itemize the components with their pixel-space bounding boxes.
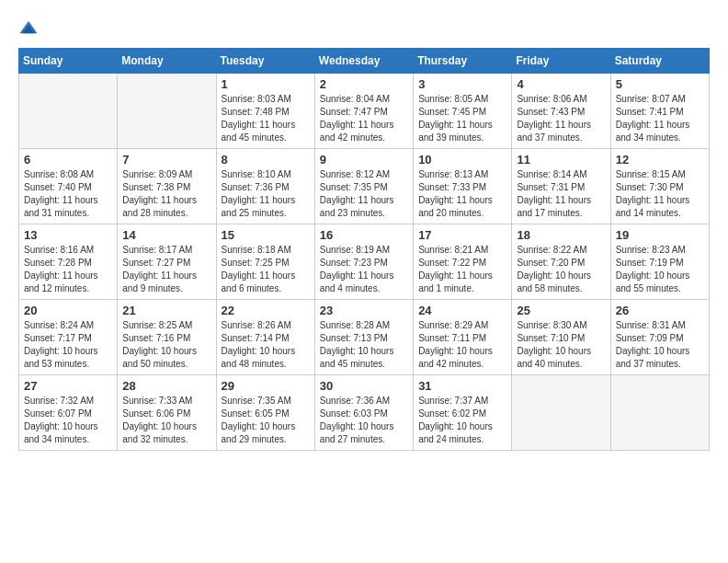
cell-text: Sunrise: 8:10 AM Sunset: 7:36 PM Dayligh… (222, 168, 310, 220)
cell-text: Sunrise: 8:14 AM Sunset: 7:31 PM Dayligh… (517, 168, 605, 220)
calendar-cell: 16Sunrise: 8:19 AM Sunset: 7:23 PM Dayli… (314, 224, 413, 300)
logo (18, 18, 42, 39)
day-number: 1 (222, 77, 310, 91)
day-number: 19 (616, 228, 704, 242)
calendar-cell: 25Sunrise: 8:30 AM Sunset: 7:10 PM Dayli… (512, 300, 610, 375)
day-number: 13 (24, 228, 112, 242)
cell-text: Sunrise: 8:05 AM Sunset: 7:45 PM Dayligh… (418, 93, 506, 144)
cell-text: Sunrise: 8:23 AM Sunset: 7:19 PM Dayligh… (616, 244, 704, 295)
cell-text: Sunrise: 7:36 AM Sunset: 6:03 PM Dayligh… (320, 395, 408, 446)
calendar-cell: 13Sunrise: 8:16 AM Sunset: 7:28 PM Dayli… (19, 224, 118, 300)
page-header (18, 18, 710, 39)
cell-text: Sunrise: 8:12 AM Sunset: 7:35 PM Dayligh… (320, 168, 408, 220)
day-number: 24 (418, 304, 506, 317)
cell-text: Sunrise: 8:09 AM Sunset: 7:38 PM Dayligh… (122, 168, 210, 220)
calendar-cell (118, 74, 216, 149)
cell-text: Sunrise: 8:19 AM Sunset: 7:23 PM Dayligh… (320, 244, 408, 295)
weekday-header-friday: Friday (512, 49, 610, 74)
calendar-cell: 21Sunrise: 8:25 AM Sunset: 7:16 PM Dayli… (118, 300, 216, 375)
weekday-header-thursday: Thursday (414, 49, 512, 74)
logo-icon (18, 18, 39, 39)
cell-text: Sunrise: 8:04 AM Sunset: 7:47 PM Dayligh… (320, 93, 408, 144)
day-number: 16 (320, 228, 408, 242)
day-number: 10 (418, 153, 506, 167)
day-number: 7 (122, 153, 210, 167)
cell-text: Sunrise: 7:33 AM Sunset: 6:06 PM Dayligh… (122, 395, 210, 446)
cell-text: Sunrise: 8:18 AM Sunset: 7:25 PM Dayligh… (222, 244, 310, 295)
calendar-cell: 19Sunrise: 8:23 AM Sunset: 7:19 PM Dayli… (610, 224, 709, 300)
cell-text: Sunrise: 7:37 AM Sunset: 6:02 PM Dayligh… (418, 395, 506, 446)
calendar-cell: 29Sunrise: 7:35 AM Sunset: 6:05 PM Dayli… (216, 375, 314, 451)
calendar-cell: 5Sunrise: 8:07 AM Sunset: 7:41 PM Daylig… (610, 74, 709, 149)
cell-text: Sunrise: 8:28 AM Sunset: 7:13 PM Dayligh… (320, 319, 408, 371)
cell-text: Sunrise: 8:03 AM Sunset: 7:48 PM Dayligh… (222, 93, 310, 144)
calendar-cell: 26Sunrise: 8:31 AM Sunset: 7:09 PM Dayli… (610, 300, 709, 375)
cell-text: Sunrise: 8:06 AM Sunset: 7:43 PM Dayligh… (517, 93, 605, 144)
calendar-cell (610, 375, 709, 451)
day-number: 2 (320, 77, 408, 91)
calendar-cell: 2Sunrise: 8:04 AM Sunset: 7:47 PM Daylig… (314, 74, 413, 149)
calendar-cell: 18Sunrise: 8:22 AM Sunset: 7:20 PM Dayli… (512, 224, 610, 300)
calendar-header: SundayMondayTuesdayWednesdayThursdayFrid… (19, 49, 710, 74)
calendar-cell: 31Sunrise: 7:37 AM Sunset: 6:02 PM Dayli… (414, 375, 512, 451)
cell-text: Sunrise: 7:32 AM Sunset: 6:07 PM Dayligh… (24, 395, 112, 446)
week-row-2: 6Sunrise: 8:08 AM Sunset: 7:40 PM Daylig… (19, 149, 710, 224)
calendar-cell: 27Sunrise: 7:32 AM Sunset: 6:07 PM Dayli… (19, 375, 118, 451)
day-number: 18 (517, 228, 605, 242)
week-row-5: 27Sunrise: 7:32 AM Sunset: 6:07 PM Dayli… (19, 375, 710, 451)
weekday-header-saturday: Saturday (610, 49, 709, 74)
cell-text: Sunrise: 8:24 AM Sunset: 7:17 PM Dayligh… (24, 319, 112, 371)
cell-text: Sunrise: 8:16 AM Sunset: 7:28 PM Dayligh… (24, 244, 112, 295)
calendar-cell: 22Sunrise: 8:26 AM Sunset: 7:14 PM Dayli… (216, 300, 314, 375)
cell-text: Sunrise: 8:21 AM Sunset: 7:22 PM Dayligh… (418, 244, 506, 295)
cell-text: Sunrise: 8:17 AM Sunset: 7:27 PM Dayligh… (122, 244, 210, 295)
calendar-cell: 6Sunrise: 8:08 AM Sunset: 7:40 PM Daylig… (19, 149, 118, 224)
cell-text: Sunrise: 8:29 AM Sunset: 7:11 PM Dayligh… (418, 319, 506, 371)
calendar-cell: 10Sunrise: 8:13 AM Sunset: 7:33 PM Dayli… (414, 149, 512, 224)
calendar-cell: 12Sunrise: 8:15 AM Sunset: 7:30 PM Dayli… (610, 149, 709, 224)
calendar-cell: 24Sunrise: 8:29 AM Sunset: 7:11 PM Dayli… (414, 300, 512, 375)
cell-text: Sunrise: 8:08 AM Sunset: 7:40 PM Dayligh… (24, 168, 112, 220)
day-number: 15 (222, 228, 310, 242)
week-row-1: 1Sunrise: 8:03 AM Sunset: 7:48 PM Daylig… (19, 74, 710, 149)
day-number: 26 (616, 304, 704, 317)
weekday-header-tuesday: Tuesday (216, 49, 314, 74)
calendar-cell: 17Sunrise: 8:21 AM Sunset: 7:22 PM Dayli… (414, 224, 512, 300)
week-row-3: 13Sunrise: 8:16 AM Sunset: 7:28 PM Dayli… (19, 224, 710, 300)
cell-text: Sunrise: 7:35 AM Sunset: 6:05 PM Dayligh… (222, 395, 310, 446)
cell-text: Sunrise: 8:30 AM Sunset: 7:10 PM Dayligh… (517, 319, 605, 371)
calendar-table: SundayMondayTuesdayWednesdayThursdayFrid… (18, 48, 710, 451)
day-number: 29 (222, 379, 310, 393)
weekday-header-wednesday: Wednesday (314, 49, 413, 74)
cell-text: Sunrise: 8:22 AM Sunset: 7:20 PM Dayligh… (517, 244, 605, 295)
day-number: 22 (222, 304, 310, 317)
day-number: 27 (24, 379, 112, 393)
calendar-cell (512, 375, 610, 451)
calendar-cell: 3Sunrise: 8:05 AM Sunset: 7:45 PM Daylig… (414, 74, 512, 149)
day-number: 11 (517, 153, 605, 167)
calendar-cell: 15Sunrise: 8:18 AM Sunset: 7:25 PM Dayli… (216, 224, 314, 300)
calendar-cell: 28Sunrise: 7:33 AM Sunset: 6:06 PM Dayli… (118, 375, 216, 451)
day-number: 20 (24, 304, 112, 317)
cell-text: Sunrise: 8:25 AM Sunset: 7:16 PM Dayligh… (122, 319, 210, 371)
calendar-cell: 4Sunrise: 8:06 AM Sunset: 7:43 PM Daylig… (512, 74, 610, 149)
day-number: 28 (122, 379, 210, 393)
cell-text: Sunrise: 8:15 AM Sunset: 7:30 PM Dayligh… (616, 168, 704, 220)
calendar-cell: 23Sunrise: 8:28 AM Sunset: 7:13 PM Dayli… (314, 300, 413, 375)
calendar-cell: 8Sunrise: 8:10 AM Sunset: 7:36 PM Daylig… (216, 149, 314, 224)
day-number: 25 (517, 304, 605, 317)
cell-text: Sunrise: 8:31 AM Sunset: 7:09 PM Dayligh… (616, 319, 704, 371)
weekday-header-sunday: Sunday (19, 49, 118, 74)
calendar-body: 1Sunrise: 8:03 AM Sunset: 7:48 PM Daylig… (19, 74, 710, 451)
day-number: 31 (418, 379, 506, 393)
calendar-cell: 7Sunrise: 8:09 AM Sunset: 7:38 PM Daylig… (118, 149, 216, 224)
day-number: 6 (24, 153, 112, 167)
weekday-header-monday: Monday (118, 49, 216, 74)
calendar-cell: 14Sunrise: 8:17 AM Sunset: 7:27 PM Dayli… (118, 224, 216, 300)
day-number: 17 (418, 228, 506, 242)
calendar-cell: 30Sunrise: 7:36 AM Sunset: 6:03 PM Dayli… (314, 375, 413, 451)
cell-text: Sunrise: 8:13 AM Sunset: 7:33 PM Dayligh… (418, 168, 506, 220)
day-number: 4 (517, 77, 605, 91)
cell-text: Sunrise: 8:07 AM Sunset: 7:41 PM Dayligh… (616, 93, 704, 144)
day-number: 3 (418, 77, 506, 91)
